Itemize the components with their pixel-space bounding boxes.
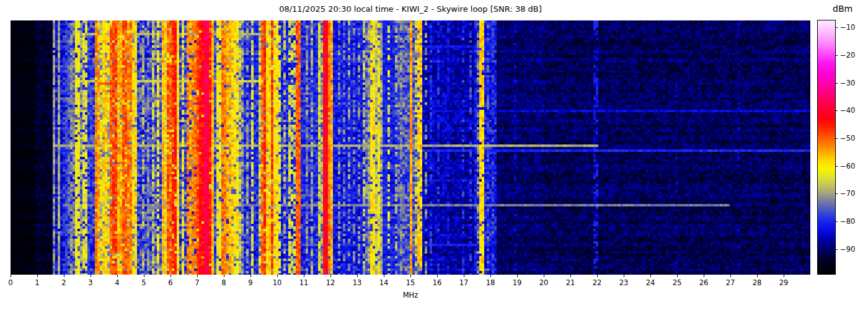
x-tick	[170, 275, 171, 277]
x-tick-label: 9	[248, 278, 252, 287]
x-tick	[197, 275, 198, 277]
x-tick-label: 27	[726, 278, 735, 287]
x-tick-label: 18	[486, 278, 495, 287]
x-tick-label: 7	[195, 278, 199, 287]
x-tick-label: 24	[646, 278, 655, 287]
x-tick-label: 0	[8, 278, 12, 287]
x-tick	[384, 275, 384, 277]
x-tick	[784, 275, 784, 277]
x-tick-label: 21	[566, 278, 575, 287]
x-tick-label: 2	[61, 278, 66, 287]
colorbar-tick	[835, 83, 838, 84]
x-tick-label: 29	[779, 278, 789, 287]
colorbar-tick	[835, 138, 838, 139]
x-tick	[624, 275, 624, 277]
colorbar-tick-label: −60	[840, 162, 855, 170]
spectrogram-plot	[11, 20, 810, 275]
x-tick-label: 15	[406, 278, 415, 287]
x-tick	[464, 275, 464, 277]
x-tick-label: 20	[539, 278, 549, 287]
x-tick	[490, 275, 491, 277]
x-tick	[91, 275, 91, 277]
x-tick	[277, 275, 278, 277]
colorbar-tick-label: −10	[840, 23, 855, 32]
figure-root: 08/11/2025 20:30 local time - KIWI_2 - S…	[0, 0, 868, 310]
x-tick	[650, 275, 651, 277]
x-tick	[677, 275, 678, 277]
x-tick	[304, 275, 304, 277]
x-tick	[570, 275, 571, 277]
x-tick-label: 6	[168, 278, 172, 287]
x-tick	[37, 275, 38, 277]
colorbar-tick-label: −50	[840, 134, 855, 143]
x-tick	[144, 275, 144, 277]
x-tick-label: 22	[593, 278, 602, 287]
colorbar-tick-label: −80	[840, 217, 855, 226]
colorbar-tick	[835, 166, 838, 167]
x-tick-label: 23	[619, 278, 629, 287]
spectrogram-canvas	[11, 20, 810, 275]
x-tick	[117, 275, 118, 277]
colorbar-tick	[835, 55, 838, 56]
x-tick-label: 26	[699, 278, 709, 287]
colorbar-tick-label: −90	[840, 245, 855, 254]
x-tick	[730, 275, 731, 277]
colorbar-tick	[835, 193, 838, 194]
x-tick	[517, 275, 518, 277]
colorbar-tick-label: −40	[840, 106, 855, 115]
x-tick	[250, 275, 251, 277]
x-axis-label: MHz	[403, 291, 418, 299]
x-tick-label: 8	[221, 278, 226, 287]
x-tick-label: 11	[299, 278, 309, 287]
x-tick	[357, 275, 358, 277]
x-tick-label: 5	[141, 278, 146, 287]
x-tick	[597, 275, 598, 277]
colorbar-gradient	[818, 20, 835, 274]
x-tick-label: 3	[88, 278, 92, 287]
x-tick-label: 28	[753, 278, 762, 287]
colorbar-tick	[835, 249, 838, 250]
x-tick-label: 10	[273, 278, 282, 287]
x-tick-label: 13	[353, 278, 362, 287]
colorbar-label: dBm	[833, 4, 852, 14]
colorbar-tick	[835, 221, 838, 222]
x-tick	[437, 275, 438, 277]
x-tick-label: 1	[35, 278, 39, 287]
colorbar-tick	[835, 110, 838, 111]
colorbar-tick-label: −20	[840, 51, 855, 60]
x-tick-label: 16	[433, 278, 442, 287]
x-tick	[11, 275, 11, 277]
x-tick	[224, 275, 224, 277]
x-tick-label: 19	[513, 278, 522, 287]
colorbar-tick	[835, 27, 838, 28]
x-tick	[330, 275, 331, 277]
x-tick	[544, 275, 544, 277]
x-tick	[704, 275, 704, 277]
x-tick	[64, 275, 64, 277]
x-tick	[757, 275, 758, 277]
x-tick-label: 17	[459, 278, 469, 287]
colorbar-tick-label: −70	[840, 189, 855, 198]
x-tick	[410, 275, 411, 277]
chart-title: 08/11/2025 20:30 local time - KIWI_2 - S…	[11, 4, 810, 14]
x-tick-label: 14	[379, 278, 389, 287]
x-tick-label: 12	[326, 278, 335, 287]
x-tick-label: 25	[673, 278, 682, 287]
colorbar-tick-label: −30	[840, 79, 855, 87]
x-tick-label: 4	[115, 278, 119, 287]
